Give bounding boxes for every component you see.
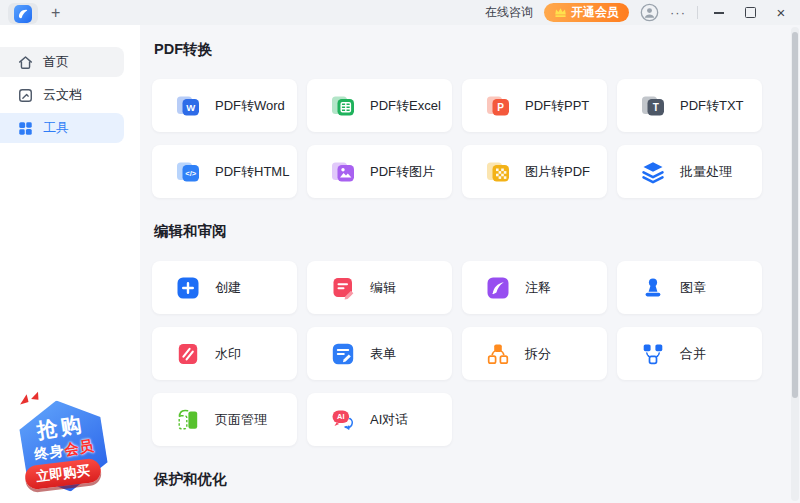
word-icon: W — [175, 93, 201, 119]
avatar[interactable] — [640, 3, 659, 22]
tool-card-label: 页面管理 — [215, 411, 267, 429]
promo-subline-red: 会员 — [63, 437, 95, 457]
app-tab[interactable] — [8, 3, 38, 24]
tool-card-pdf-to-image[interactable]: PDF转图片 — [307, 145, 452, 198]
titlebar: + 在线咨询 开通会员 ··· — [0, 0, 800, 25]
scrollbar[interactable] — [791, 27, 799, 501]
tool-card-label: 创建 — [215, 279, 241, 297]
tool-card-txt[interactable]: TPDF转TXT — [617, 79, 762, 132]
tool-card-label: PDF转Excel — [370, 97, 441, 115]
sidebar-item-home[interactable]: 首页 — [0, 47, 124, 77]
pdf-to-image-icon — [330, 159, 356, 185]
upgrade-membership-button[interactable]: 开通会员 — [544, 3, 629, 22]
more-menu-button[interactable]: ··· — [670, 5, 686, 20]
tool-card-ai-chat[interactable]: AIAI对话 — [307, 393, 452, 446]
sparks-icon — [16, 389, 42, 408]
tool-card-label: 图片转PDF — [525, 163, 590, 181]
tools-grid: WPDF转WordPDF转ExcelPPDF转PPTTPDF转TXT</>PDF… — [152, 79, 788, 198]
minimize-button[interactable] — [709, 3, 729, 23]
watermark-icon — [175, 341, 201, 367]
form-icon — [330, 341, 356, 367]
ai-chat-icon: AI — [330, 407, 356, 433]
tools-page: PDF转换WPDF转WordPDF转ExcelPPDF转PPTTPDF转TXT<… — [140, 25, 800, 503]
crown-icon — [554, 7, 567, 18]
merge-icon — [640, 341, 666, 367]
window-body: 首页云文档工具 抢购 终身会员 立即购买 PDF转换WPDF转WordPDF转E… — [0, 25, 800, 503]
tool-card-split[interactable]: 拆分 — [462, 327, 607, 380]
tool-card-excel[interactable]: PDF转Excel — [307, 79, 452, 132]
tool-card-label: PDF转PPT — [525, 97, 589, 115]
tool-card-label: AI对话 — [370, 411, 408, 429]
sidebar-item-tools[interactable]: 工具 — [0, 113, 124, 143]
promo-badge[interactable]: 抢购 终身会员 立即购买 — [8, 391, 118, 499]
tool-card-label: 水印 — [215, 345, 241, 363]
sidebar-nav: 首页云文档工具 — [0, 47, 140, 143]
section-1: PDF转换WPDF转WordPDF转ExcelPPDF转PPTTPDF转TXT<… — [152, 40, 788, 198]
tool-card-label: 图章 — [680, 279, 706, 297]
tool-card-label: PDF转图片 — [370, 163, 435, 181]
upgrade-label: 开通会员 — [571, 4, 619, 21]
tool-card-word[interactable]: WPDF转Word — [152, 79, 297, 132]
annotate-icon — [485, 275, 511, 301]
tools-grid-icon — [17, 120, 34, 137]
section-3: 保护和优化 — [152, 470, 788, 503]
tool-card-label: PDF转HTML — [215, 163, 289, 181]
tool-card-stamp[interactable]: 图章 — [617, 261, 762, 314]
tool-card-label: PDF转Word — [215, 97, 285, 115]
tool-card-label: 编辑 — [370, 279, 396, 297]
tool-card-label: 合并 — [680, 345, 706, 363]
tool-card-label: 表单 — [370, 345, 396, 363]
sidebar-item-label: 首页 — [43, 53, 69, 71]
tool-card-label: 拆分 — [525, 345, 551, 363]
edit-icon — [330, 275, 356, 301]
txt-icon: T — [640, 93, 666, 119]
maximize-button[interactable] — [740, 3, 760, 23]
page-manage-icon — [175, 407, 201, 433]
svg-text:T: T — [653, 101, 659, 112]
html-icon: </> — [175, 159, 201, 185]
tool-card-watermark[interactable]: 水印 — [152, 327, 297, 380]
svg-text:P: P — [497, 101, 504, 112]
tool-card-image-to-pdf[interactable]: 图片转PDF — [462, 145, 607, 198]
tool-card-annotate[interactable]: 注释 — [462, 261, 607, 314]
tool-card-edit[interactable]: 编辑 — [307, 261, 452, 314]
app-logo-icon — [14, 5, 32, 23]
create-icon — [175, 275, 201, 301]
excel-icon — [330, 93, 356, 119]
online-support-link[interactable]: 在线咨询 — [485, 4, 533, 21]
cloud-doc-icon — [17, 87, 34, 104]
tool-card-batch[interactable]: 批量处理 — [617, 145, 762, 198]
svg-text:AI: AI — [337, 412, 344, 421]
svg-text:W: W — [186, 101, 195, 112]
titlebar-right-cluster: 在线咨询 开通会员 ··· — [485, 0, 800, 25]
scrollbar-thumb[interactable] — [792, 32, 798, 398]
tool-card-label: PDF转TXT — [680, 97, 744, 115]
tool-card-merge[interactable]: 合并 — [617, 327, 762, 380]
tool-card-html[interactable]: </>PDF转HTML — [152, 145, 297, 198]
close-button[interactable]: × — [771, 3, 791, 23]
sidebar-item-cloud-docs[interactable]: 云文档 — [0, 80, 124, 110]
tool-card-form[interactable]: 表单 — [307, 327, 452, 380]
ppt-icon: P — [485, 93, 511, 119]
sidebar-item-label: 工具 — [43, 119, 69, 137]
titlebar-divider — [697, 6, 698, 19]
tool-card-create[interactable]: 创建 — [152, 261, 297, 314]
split-icon — [485, 341, 511, 367]
promo-headline: 抢购 — [35, 412, 86, 442]
app-window: + 在线咨询 开通会员 ··· — [0, 0, 800, 503]
image-to-pdf-icon — [485, 159, 511, 185]
section-title: PDF转换 — [154, 40, 788, 59]
section-2: 编辑和审阅创建编辑注释图章水印表单拆分合并页面管理AIAI对话 — [152, 222, 788, 446]
section-title: 保护和优化 — [154, 470, 788, 489]
sidebar-item-label: 云文档 — [43, 86, 82, 104]
stamp-icon — [640, 275, 666, 301]
tool-card-label: 批量处理 — [680, 163, 732, 181]
batch-icon — [640, 159, 666, 185]
new-tab-button[interactable]: + — [51, 5, 60, 21]
sections-container: PDF转换WPDF转WordPDF转ExcelPPDF转PPTTPDF转TXT<… — [152, 40, 788, 503]
svg-text:</>: </> — [185, 168, 197, 177]
sidebar: 首页云文档工具 抢购 终身会员 立即购买 — [0, 25, 140, 503]
tools-grid: 创建编辑注释图章水印表单拆分合并页面管理AIAI对话 — [152, 261, 788, 446]
tool-card-page-manage[interactable]: 页面管理 — [152, 393, 297, 446]
tool-card-ppt[interactable]: PPDF转PPT — [462, 79, 607, 132]
